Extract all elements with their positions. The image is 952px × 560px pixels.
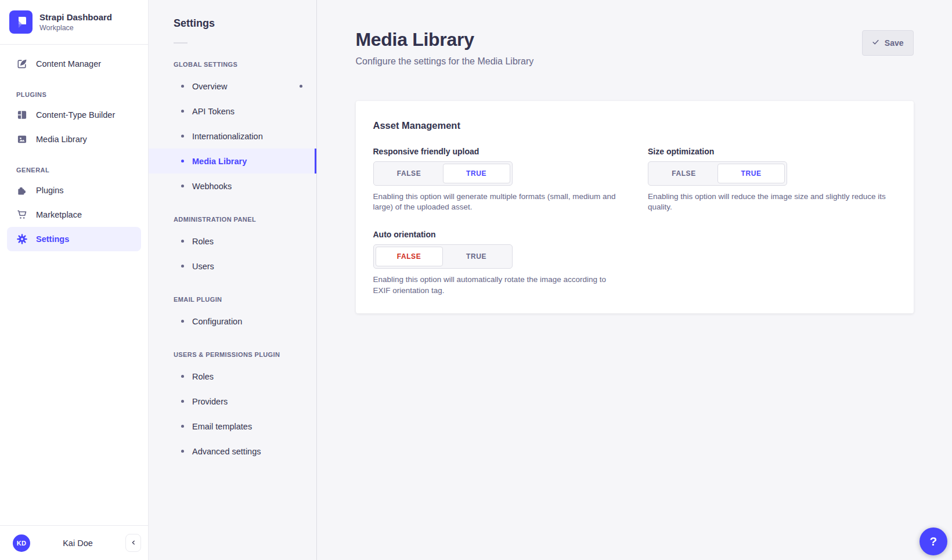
subnav-item-roles-up[interactable]: Roles <box>149 364 316 389</box>
collapse-sidebar-button[interactable] <box>125 534 141 552</box>
cart-icon <box>16 209 28 221</box>
bullet-icon <box>181 320 184 323</box>
bullet-icon <box>181 110 184 113</box>
brand-workplace: Workplace <box>39 24 112 32</box>
sidebar-item-content-manager[interactable]: Content Manager <box>0 52 148 76</box>
toggle-option-false[interactable]: FALSE <box>650 164 717 183</box>
page-subtitle: Configure the settings for the Media Lib… <box>356 56 534 67</box>
subnav-item-roles-admin[interactable]: Roles <box>149 229 316 254</box>
field-auto-orientation: Auto orientation FALSE TRUE Enabling thi… <box>373 230 622 295</box>
feather-edit-icon <box>16 58 28 70</box>
subnav-item-label: Overview <box>192 82 227 91</box>
sidebar-item-label: Settings <box>36 234 69 244</box>
subnav-list-administration-panel: Roles Users <box>149 229 316 279</box>
bullet-icon <box>181 425 184 428</box>
sidebar-item-media-library[interactable]: Media Library <box>0 127 148 151</box>
subnav-item-label: Email templates <box>192 422 252 431</box>
subnav-section-global-settings: GLOBAL SETTINGS <box>174 61 302 68</box>
subnav-item-label: Providers <box>192 397 228 406</box>
sidebar-item-settings[interactable]: Settings <box>7 227 141 251</box>
sidebar-item-marketplace[interactable]: Marketplace <box>0 203 148 227</box>
subnav-section-email-plugin: EMAIL PLUGIN <box>174 296 302 303</box>
brand-text: Strapi Dashboard Workplace <box>39 12 112 32</box>
strapi-logo-icon <box>9 10 33 34</box>
bullet-icon <box>181 400 184 403</box>
field-size-optimization: Size optimization FALSE TRUE Enabling th… <box>648 147 896 212</box>
question-mark-icon: ? <box>930 534 937 548</box>
subnav-section-users-permissions-plugin: USERS & PERMISSIONS PLUGIN <box>174 351 302 358</box>
sidebar-nav: Content Manager PLUGINS Content-Type Bui… <box>0 45 148 525</box>
brand-header[interactable]: Strapi Dashboard Workplace <box>0 0 148 45</box>
subnav-title: Settings <box>174 17 302 30</box>
toggle-size-optimization: FALSE TRUE <box>648 161 787 186</box>
sidebar-item-label: Plugins <box>36 186 64 195</box>
subnav-section-administration-panel: ADMINISTRATION PANEL <box>174 216 302 223</box>
main-content: Media Library Configure the settings for… <box>317 0 952 560</box>
asset-management-panel: Asset Management Responsive friendly upl… <box>356 101 914 313</box>
layout-icon <box>16 109 28 121</box>
field-label: Responsive friendly upload <box>373 147 622 156</box>
subnav-item-email-templates[interactable]: Email templates <box>149 414 316 439</box>
subnav-item-label: Roles <box>192 372 214 381</box>
subnav-item-providers[interactable]: Providers <box>149 389 316 414</box>
check-icon <box>872 38 879 48</box>
brand-title: Strapi Dashboard <box>39 12 112 23</box>
page-header-text: Media Library Configure the settings for… <box>356 29 534 67</box>
subnav-item-configuration[interactable]: Configuration <box>149 309 316 334</box>
gear-icon <box>16 233 28 245</box>
toggle-option-false[interactable]: FALSE <box>376 247 443 266</box>
subnav-list-users-permissions: Roles Providers Email templates Advanced… <box>149 364 316 464</box>
bullet-icon <box>181 160 184 162</box>
main-sidebar: Strapi Dashboard Workplace Content Manag… <box>0 0 149 560</box>
toggle-option-false[interactable]: FALSE <box>376 164 443 183</box>
subnav-item-media-library[interactable]: Media Library <box>149 149 316 174</box>
sidebar-item-content-type-builder[interactable]: Content-Type Builder <box>0 103 148 127</box>
subnav-item-label: Configuration <box>192 317 242 326</box>
field-label: Auto orientation <box>373 230 622 239</box>
subnav-item-label: API Tokens <box>192 107 235 116</box>
subnav-item-label: Roles <box>192 237 214 246</box>
subnav-item-label: Users <box>192 262 214 271</box>
toggle-option-true[interactable]: TRUE <box>443 247 510 266</box>
field-hint: Enabling this option will generate multi… <box>373 192 617 212</box>
subnav-item-overview[interactable]: Overview <box>149 74 316 99</box>
toggle-option-true[interactable]: TRUE <box>717 164 785 183</box>
toggle-responsive-friendly-upload: FALSE TRUE <box>373 161 513 186</box>
save-button-label: Save <box>885 38 904 48</box>
field-label: Size optimization <box>648 147 896 156</box>
field-hint: Enabling this option will automatically … <box>373 274 617 295</box>
bullet-icon <box>181 375 184 378</box>
help-button[interactable]: ? <box>919 528 947 555</box>
subnav-item-users[interactable]: Users <box>149 254 316 279</box>
sidebar-item-plugins[interactable]: Plugins <box>0 178 148 203</box>
puzzle-icon <box>16 185 28 196</box>
subnav-item-label: Media Library <box>192 157 247 166</box>
avatar: KD <box>13 534 30 552</box>
notification-dot-icon <box>300 85 302 88</box>
divider <box>174 42 187 44</box>
image-icon <box>16 133 28 145</box>
subnav-item-label: Advanced settings <box>192 447 261 456</box>
page-header: Media Library Configure the settings for… <box>356 0 914 67</box>
panel-title: Asset Management <box>373 120 896 131</box>
field-hint: Enabling this option will reduce the ima… <box>648 192 892 212</box>
bullet-icon <box>181 135 184 138</box>
bullet-icon <box>181 85 184 88</box>
subnav-item-api-tokens[interactable]: API Tokens <box>149 99 316 124</box>
bullet-icon <box>181 240 184 243</box>
subnav-item-advanced-settings[interactable]: Advanced settings <box>149 439 316 464</box>
subnav-item-internationalization[interactable]: Internationalization <box>149 124 316 149</box>
sidebar-item-label: Content Manager <box>36 59 101 68</box>
save-button[interactable]: Save <box>862 30 914 56</box>
subnav-header: Settings <box>149 0 316 44</box>
subnav-item-label: Webhooks <box>192 182 232 191</box>
toggle-option-true[interactable]: TRUE <box>443 164 510 183</box>
toggle-auto-orientation: FALSE TRUE <box>373 244 513 269</box>
subnav-item-webhooks[interactable]: Webhooks <box>149 174 316 198</box>
page-title: Media Library <box>356 29 534 50</box>
sidebar-item-label: Content-Type Builder <box>36 110 115 120</box>
sidebar-item-label: Marketplace <box>36 210 82 219</box>
user-row: KD Kai Doe <box>0 525 148 560</box>
bullet-icon <box>181 265 184 268</box>
subnav-item-label: Internationalization <box>192 132 263 141</box>
